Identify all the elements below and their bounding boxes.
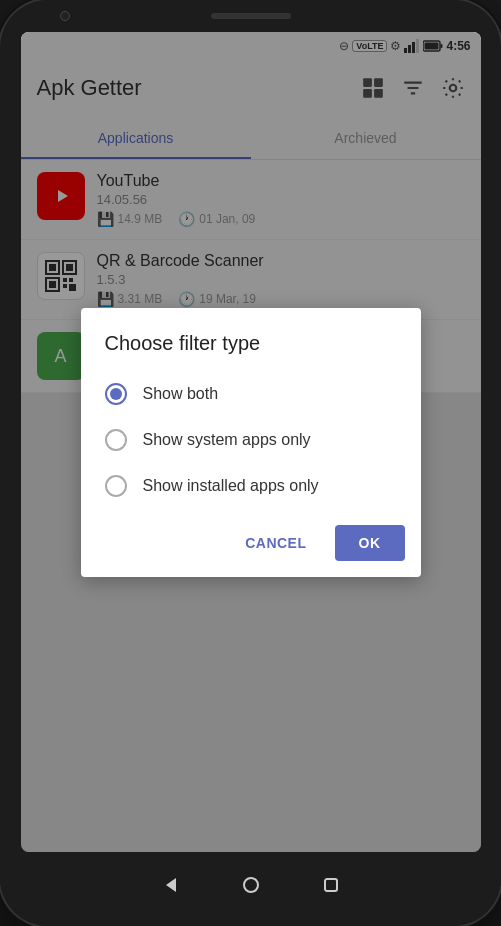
dialog-title: Choose filter type: [81, 332, 421, 371]
dialog-overlay: Choose filter type Show both Show system…: [21, 32, 481, 852]
svg-point-28: [244, 878, 258, 892]
recents-button[interactable]: [321, 875, 341, 895]
radio-label-system-apps: Show system apps only: [143, 431, 311, 449]
dialog-actions: CANCEL OK: [81, 509, 421, 569]
phone-camera: [60, 11, 70, 21]
radio-circle-system-apps: [105, 429, 127, 451]
home-button[interactable]: [241, 875, 261, 895]
radio-inner-show-both: [110, 388, 122, 400]
radio-label-installed-apps: Show installed apps only: [143, 477, 319, 495]
svg-rect-29: [325, 879, 337, 891]
svg-marker-27: [166, 878, 176, 892]
phone-shell: ⊖ VoLTE ⚙ 4:56: [0, 0, 501, 926]
radio-circle-show-both: [105, 383, 127, 405]
radio-circle-installed-apps: [105, 475, 127, 497]
filter-dialog: Choose filter type Show both Show system…: [81, 308, 421, 577]
phone-nav-bar: [0, 852, 501, 926]
cancel-button[interactable]: CANCEL: [225, 525, 326, 561]
phone-speaker: [211, 13, 291, 19]
radio-option-installed-apps[interactable]: Show installed apps only: [105, 463, 397, 509]
radio-option-show-both[interactable]: Show both: [105, 371, 397, 417]
dialog-options: Show both Show system apps only Show ins…: [81, 371, 421, 509]
radio-label-show-both: Show both: [143, 385, 219, 403]
back-button[interactable]: [161, 875, 181, 895]
radio-option-system-apps[interactable]: Show system apps only: [105, 417, 397, 463]
phone-screen: ⊖ VoLTE ⚙ 4:56: [21, 32, 481, 852]
ok-button[interactable]: OK: [335, 525, 405, 561]
phone-top-bar: [0, 0, 501, 32]
